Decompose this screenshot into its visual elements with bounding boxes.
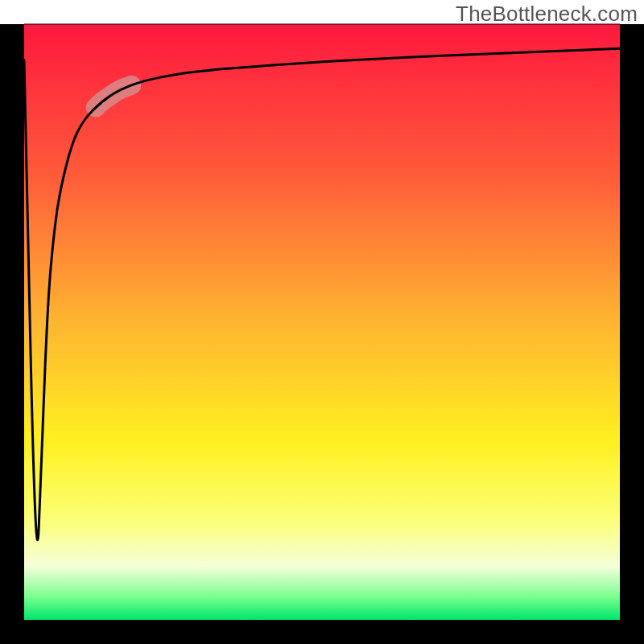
frame-bottom bbox=[0, 620, 644, 644]
bottleneck-chart bbox=[0, 0, 644, 644]
plot-background bbox=[24, 24, 620, 620]
frame-left bbox=[0, 24, 24, 644]
chart-container: TheBottleneck.com bbox=[0, 0, 644, 644]
watermark-label: TheBottleneck.com bbox=[456, 2, 638, 27]
frame-right bbox=[620, 24, 644, 644]
